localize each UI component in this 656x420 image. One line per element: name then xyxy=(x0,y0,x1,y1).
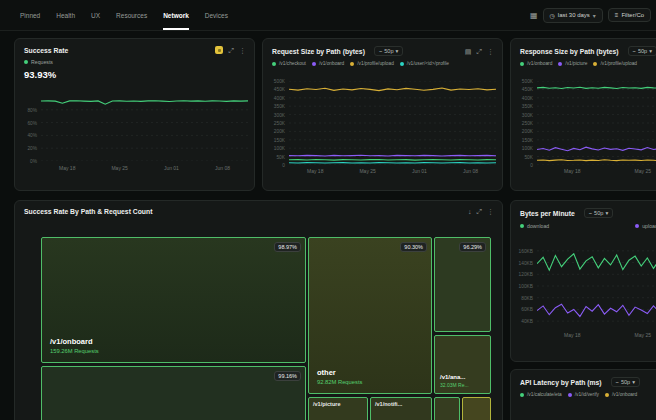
response-size-chart[interactable] xyxy=(537,81,656,165)
y-axis-tick-label: 450K xyxy=(274,87,285,92)
kebab-menu-icon[interactable]: ⋮ xyxy=(239,47,246,54)
success-rate-card: Success Rate ⤢ ⋮ Requests 93.93% 80%60%4… xyxy=(14,38,255,191)
aggregation-value: 50p xyxy=(621,379,630,385)
legend-item[interactable]: /v1/user/<id>/profile xyxy=(400,61,449,66)
request-size-chart[interactable] xyxy=(289,81,496,165)
legend-dot xyxy=(400,62,404,66)
chart-area: 500K450K400K350K300K250K200K150K100K50K0 xyxy=(517,81,656,165)
chart-legend: /v1/checkout/v1/onboard/v1/profile/uploa… xyxy=(263,59,502,68)
card-header: API Latency by Path (ms) ~ 50p ▾ ⋮ xyxy=(511,370,656,390)
treemap-block-right-top[interactable]: 96.29% xyxy=(434,237,491,332)
legend-item[interactable]: /v1/profile/upload xyxy=(593,61,637,66)
expand-icon[interactable]: ⤢ xyxy=(476,208,482,215)
legend-label: /v1/onboard xyxy=(612,392,637,397)
legend-item[interactable]: /v1/calculate/eta xyxy=(520,392,562,397)
y-axis-tick-label: 200K xyxy=(522,129,533,134)
legend-item[interactable]: /v1/onboard xyxy=(520,61,552,66)
legend-item[interactable]: /v1/onboard xyxy=(605,392,637,397)
nav-tab-resources[interactable]: Resources xyxy=(116,0,147,30)
legend-label: /v1/calculate/eta xyxy=(527,392,562,397)
success-rate-badge: 96.29% xyxy=(459,242,486,252)
y-axis-tick-label: 500K xyxy=(274,79,285,84)
card-actions: ↓ ⤢ ⋮ xyxy=(468,208,494,215)
treemap-block-label: other xyxy=(317,368,362,377)
nav-tab-network[interactable]: Network xyxy=(163,0,189,30)
legend-item[interactable]: download xyxy=(520,223,549,229)
aggregation-select[interactable]: ~ 50p ▾ xyxy=(628,46,656,56)
aggregation-select[interactable]: ~ 50p ▾ xyxy=(611,377,640,387)
legend-dot xyxy=(593,62,597,66)
time-range-value: last 30 days xyxy=(558,12,590,18)
treemap-block-left-bottom[interactable]: 99.16% xyxy=(41,366,306,420)
y-axis-tick-label: 100K xyxy=(274,146,285,151)
pinned-icon[interactable] xyxy=(215,46,223,54)
legend-item[interactable]: /v1/checkout xyxy=(272,61,306,66)
success-rate-chart[interactable] xyxy=(41,97,248,161)
success-rate-badge: 99.16% xyxy=(274,371,301,381)
card-title: API Latency by Path (ms) xyxy=(520,379,602,386)
apps-grid-icon[interactable]: ▦ xyxy=(530,11,538,20)
kebab-menu-icon[interactable]: ⋮ xyxy=(487,208,494,215)
x-axis-tick-label: May 25 xyxy=(111,165,127,171)
aggregation-select[interactable]: ~ 50p ▾ xyxy=(584,208,613,218)
nav-tab-pinned[interactable]: Pinned xyxy=(20,0,40,30)
nav-tab-ux[interactable]: UX xyxy=(91,0,100,30)
aggregation-select[interactable]: ~ 50p ▾ xyxy=(374,46,403,56)
treemap-block-analytics[interactable]: /v1/ana... 32.03M Re... xyxy=(434,335,491,394)
chart-legend: /v1/calculate/eta/v1/id/verify/v1/onboar… xyxy=(511,390,656,399)
x-axis-tick-label: Jun 08 xyxy=(215,165,230,171)
legend-label: Requests xyxy=(31,59,53,65)
legend-item[interactable]: /v1/id/verify xyxy=(568,392,599,397)
treemap-block-notifications[interactable]: /v1/notifi... xyxy=(370,397,432,420)
chevron-down-icon: ▾ xyxy=(649,48,652,54)
top-navigation: PinnedHealthUXResourcesNetworkDevices ▦ … xyxy=(0,0,656,31)
x-axis-tick-label: May 25 xyxy=(635,332,651,338)
y-axis-tick-label: 40% xyxy=(27,133,37,138)
expand-icon[interactable]: ⤢ xyxy=(228,47,234,54)
treemap-block-other[interactable]: 90.30% other 92.82M Requests xyxy=(308,237,432,394)
nav-tab-health[interactable]: Health xyxy=(56,0,75,30)
card-header: Bytes per Minute ~ 50p ▾ ⋮ xyxy=(511,201,656,221)
card-header: Success Rate By Path & Request Count ↓ ⤢… xyxy=(15,201,502,218)
treemap-block-small-2[interactable] xyxy=(462,397,491,420)
success-rate-badge: 90.30% xyxy=(400,242,427,252)
legend-item[interactable]: upload xyxy=(635,223,656,229)
x-axis-tick-label: May 18 xyxy=(564,168,580,174)
filter-button[interactable]: ≡ Filter/Co xyxy=(608,8,651,22)
y-axis-tick-label: 250K xyxy=(522,121,533,126)
y-axis-tick-label: 140KB xyxy=(519,260,533,265)
y-axis-tick-label: 100K xyxy=(522,146,533,151)
y-axis-tick-label: 0 xyxy=(282,163,285,168)
y-axis-tick-label: 250K xyxy=(274,121,285,126)
y-axis-tick-label: 200K xyxy=(274,129,285,134)
legend-item[interactable]: /v1/profile/upload xyxy=(350,61,394,66)
card-title: Success Rate xyxy=(24,47,68,54)
expand-icon[interactable]: ⤢ xyxy=(476,48,482,55)
chevron-down-icon: ▾ xyxy=(632,379,635,385)
legend-item[interactable]: /v1/picture xyxy=(558,61,587,66)
legend-item[interactable]: Requests xyxy=(24,59,53,65)
bytes-per-minute-chart[interactable] xyxy=(537,245,656,327)
aggregation-value: 50p xyxy=(594,210,603,216)
chart-area: 160KB140KB120KB100KB80KB60KB40KB xyxy=(517,245,656,327)
time-range-select[interactable]: ◷ last 30 days ▾ xyxy=(543,8,603,23)
treemap-block-label: /v1/ana... xyxy=(440,374,469,380)
kebab-menu-icon[interactable]: ⋮ xyxy=(487,48,494,55)
treemap-block-label: /v1/picture xyxy=(313,401,341,407)
legend-label: /v1/picture xyxy=(565,61,587,66)
legend-item[interactable]: /v1/onboard xyxy=(312,61,344,66)
download-icon[interactable]: ↓ xyxy=(468,208,472,215)
y-axis: 500K450K400K350K300K250K200K150K100K50K0 xyxy=(517,81,537,165)
x-axis-tick-label: May 18 xyxy=(564,332,580,338)
filter-label: Filter/Co xyxy=(621,12,644,18)
treemap-block-onboard[interactable]: 98.97% /v1/onboard 159.26M Requests xyxy=(41,237,306,363)
chart-type-icon[interactable]: ▤ xyxy=(465,48,472,55)
api-latency-card: API Latency by Path (ms) ~ 50p ▾ ⋮ /v1/c… xyxy=(510,369,656,420)
y-axis-tick-label: 350K xyxy=(274,104,285,109)
nav-tab-devices[interactable]: Devices xyxy=(205,0,228,30)
treemap-block-small-1[interactable] xyxy=(434,397,460,420)
dashboard-page: PinnedHealthUXResourcesNetworkDevices ▦ … xyxy=(0,0,656,420)
success-rate-by-path-card: Success Rate By Path & Request Count ↓ ⤢… xyxy=(14,200,503,420)
treemap-block-picture[interactable]: /v1/picture xyxy=(308,397,368,420)
filter-icon: ≡ xyxy=(615,12,619,18)
